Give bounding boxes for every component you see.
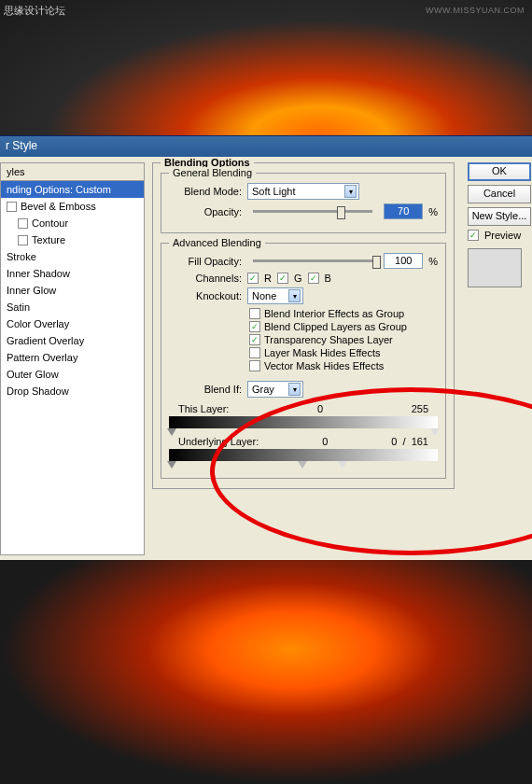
main-panel: Blending Options General Blending Blend … — [145, 157, 462, 561]
slider-thumb-white[interactable] — [430, 428, 440, 436]
blending-options-group: Blending Options General Blending Blend … — [152, 162, 455, 489]
general-blending-group: General Blending Blend Mode: Soft Light … — [161, 173, 446, 233]
sidebar-item-inner-glow[interactable]: Inner Glow — [1, 282, 144, 299]
sidebar-item-inner-shadow[interactable]: Inner Shadow — [1, 265, 144, 282]
blend-mode-label: Blend Mode: — [169, 186, 242, 197]
blendif-label: Blend If: — [169, 384, 242, 395]
checkbox-icon[interactable] — [7, 202, 17, 212]
checkbox-icon[interactable] — [249, 360, 260, 371]
opacity-slider[interactable] — [253, 210, 372, 213]
sidebar-item-bevel[interactable]: Bevel & Emboss — [1, 198, 144, 215]
this-layer-gradient[interactable] — [169, 416, 438, 428]
fill-opacity-label: Fill Opacity: — [169, 256, 242, 267]
opt-blend-clipped[interactable]: ✓Blend Clipped Layers as Group — [249, 321, 438, 332]
opt-layer-mask-hides[interactable]: Layer Mask Hides Effects — [249, 347, 438, 358]
underlying-label: Underlying Layer: — [178, 436, 259, 447]
this-layer-label: This Layer: — [178, 403, 229, 414]
sidebar-item-contour[interactable]: Contour — [1, 215, 144, 231]
knockout-label: Knockout: — [169, 290, 242, 301]
preview-swatch — [468, 248, 522, 287]
chevron-down-icon: ▾ — [344, 185, 357, 198]
fill-opacity-slider[interactable] — [253, 259, 372, 262]
sidebar-item-color-overlay[interactable]: Color Overlay — [1, 315, 144, 332]
sidebar-item-drop-shadow[interactable]: Drop Shadow — [1, 383, 144, 399]
watermark-url: WWW.MISSYUAN.COM — [426, 6, 525, 15]
this-layer-min: 0 — [317, 403, 323, 414]
blend-mode-select[interactable]: Soft Light ▾ — [247, 183, 359, 200]
background-image-bottom — [0, 560, 532, 784]
dialog-buttons: OK Cancel New Style... ✓Preview — [462, 157, 532, 561]
sidebar-item-satin[interactable]: Satin — [1, 299, 144, 315]
ok-button[interactable]: OK — [468, 162, 531, 181]
chevron-down-icon: ▾ — [288, 289, 301, 302]
sidebar-item-gradient-overlay[interactable]: Gradient Overlay — [1, 332, 144, 349]
preview-label: Preview — [484, 230, 521, 241]
checkbox-icon[interactable] — [18, 235, 28, 245]
underlying-min: 0 — [322, 436, 328, 447]
styles-sidebar: yles nding Options: Custom Bevel & Embos… — [0, 162, 145, 555]
channels-label: Channels: — [169, 273, 242, 284]
slider-thumb-black[interactable] — [167, 428, 176, 436]
slider-thumb-split-left[interactable] — [298, 461, 307, 469]
sidebar-item-outer-glow[interactable]: Outer Glow — [1, 366, 144, 383]
sidebar-item-blending-options[interactable]: nding Options: Custom — [1, 181, 144, 198]
advanced-legend: Advanced Blending — [169, 237, 265, 248]
sidebar-header[interactable]: yles — [1, 163, 144, 181]
checkbox-icon[interactable] — [249, 308, 260, 319]
chevron-down-icon: ▾ — [288, 383, 301, 396]
this-layer-max: 255 — [412, 403, 428, 414]
opt-transparency-shapes[interactable]: ✓Transparency Shapes Layer — [249, 334, 438, 345]
dialog-titlebar[interactable]: r Style — [0, 136, 532, 157]
sidebar-item-texture[interactable]: Texture — [1, 231, 144, 248]
channel-g-checkbox[interactable]: ✓ — [277, 273, 288, 284]
opacity-input[interactable]: 70 — [384, 203, 423, 219]
opacity-label: Opacity: — [169, 206, 242, 217]
channel-r-checkbox[interactable]: ✓ — [247, 273, 259, 284]
knockout-select[interactable]: None ▾ — [247, 287, 303, 304]
slider-thumb-split-right[interactable] — [338, 461, 347, 469]
opt-blend-interior[interactable]: Blend Interior Effects as Group — [249, 308, 438, 319]
slider-thumb-black[interactable] — [167, 461, 176, 469]
percent-unit: % — [428, 206, 438, 217]
checkbox-icon[interactable]: ✓ — [249, 334, 260, 345]
percent-unit: % — [428, 256, 438, 267]
checkbox-icon[interactable] — [18, 218, 28, 229]
blendif-select[interactable]: Gray ▾ — [247, 381, 303, 398]
watermark-text: 思缘设计论坛 — [4, 4, 65, 18]
layer-style-dialog: r Style yles nding Options: Custom Bevel… — [0, 135, 532, 560]
checkbox-icon[interactable]: ✓ — [249, 321, 260, 332]
cancel-button[interactable]: Cancel — [468, 185, 531, 203]
background-image-top — [0, 0, 532, 135]
sidebar-item-pattern-overlay[interactable]: Pattern Overlay — [1, 349, 144, 366]
general-legend: General Blending — [169, 167, 256, 178]
fill-opacity-input[interactable]: 100 — [384, 253, 423, 269]
advanced-blending-group: Advanced Blending Fill Opacity: 100 % Ch… — [161, 243, 446, 479]
opt-vector-mask-hides[interactable]: Vector Mask Hides Effects — [249, 360, 438, 371]
checkbox-icon[interactable] — [249, 347, 260, 358]
new-style-button[interactable]: New Style... — [468, 207, 531, 226]
preview-checkbox[interactable]: ✓ — [468, 230, 479, 241]
underlying-gradient[interactable] — [169, 449, 438, 461]
channel-b-checkbox[interactable]: ✓ — [308, 273, 319, 284]
sidebar-item-stroke[interactable]: Stroke — [1, 248, 144, 265]
